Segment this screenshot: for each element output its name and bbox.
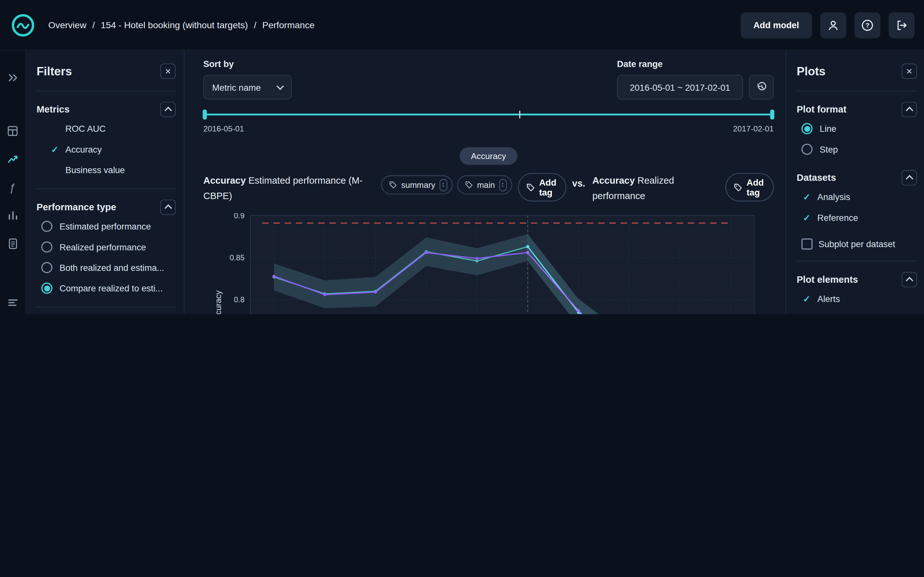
close-icon: ✕ <box>165 67 171 75</box>
plot-format-collapse-button[interactable] <box>901 102 917 117</box>
slider-handle-start[interactable] <box>203 110 207 119</box>
logout-button[interactable] <box>889 12 915 38</box>
plot-format-section-title: Plot format <box>796 104 846 115</box>
dataset-option-reference[interactable]: ✓ Reference <box>796 207 917 228</box>
help-icon: ? <box>861 19 874 31</box>
datasets-section-title: Datasets <box>796 172 836 183</box>
account-button[interactable] <box>821 12 846 38</box>
divider <box>796 261 917 261</box>
metrics-section-title: Metrics <box>37 104 69 115</box>
performance-type-option-compare[interactable]: Compare realized to esti... <box>37 278 176 298</box>
chevron-up-icon <box>905 107 913 114</box>
sidebar-item-performance[interactable] <box>1 147 24 171</box>
divider <box>37 189 176 189</box>
divider <box>796 91 917 91</box>
dataset-option-analysis[interactable]: ✓ Analysis <box>796 187 917 207</box>
dataset-label: Reference <box>817 213 858 222</box>
tag-chip-label: main <box>477 180 495 189</box>
slider-handle-end[interactable] <box>771 110 774 119</box>
svg-text:?: ? <box>865 21 869 29</box>
breadcrumb: Overview / 154 - Hotel booking (without … <box>48 20 315 31</box>
performance-chart-svg[interactable]: 0.70.750.80.850.9May 2016Jun 2016Jul 201… <box>204 213 774 314</box>
performance-type-option-estimated[interactable]: Estimated performance <box>37 216 176 237</box>
svg-text:0.8: 0.8 <box>234 295 244 304</box>
performance-type-option-both[interactable]: Both realized and estima... <box>37 258 176 278</box>
plot-element-confidence-bands[interactable]: ✓ Confidence bands <box>796 309 917 314</box>
add-tag-button-estimated[interactable]: Add tag <box>518 173 566 201</box>
svg-text:Accuracy: Accuracy <box>214 290 223 314</box>
performance-type-collapse-button[interactable] <box>160 200 176 215</box>
performance-type-option-realized[interactable]: Realized performance <box>37 237 176 257</box>
slider-split-marker <box>519 111 520 118</box>
metric-option-business-value[interactable]: Business value <box>37 160 176 180</box>
estimated-plot-title: Accuracy Estimated performance (M-CBPE) <box>204 173 375 204</box>
date-range-label: Date range <box>617 59 774 69</box>
date-range-input[interactable]: 2016-05-01 ~ 2017-02-01 <box>617 75 743 99</box>
radio-icon <box>801 143 813 155</box>
metric-label: Accuracy <box>65 144 102 154</box>
plots-panel: Plots ✕ Plot format Line Step Datasets ✓… <box>785 51 924 314</box>
metric-option-roc-auc[interactable]: ROC AUC <box>37 118 176 139</box>
report-icon <box>7 238 18 250</box>
sort-by-value: Metric name <box>212 82 261 92</box>
sidebar-item-logs[interactable] <box>1 291 24 314</box>
chevron-down-icon <box>276 82 284 90</box>
sidebar-item-concept-drift[interactable]: ƒ <box>1 175 24 199</box>
datasets-collapse-button[interactable] <box>901 170 917 185</box>
date-range-value: 2016-05-01 ~ 2017-02-01 <box>630 82 730 92</box>
radio-label: Realized performance <box>60 242 146 252</box>
svg-text:0.9: 0.9 <box>234 213 244 220</box>
main-content: Sort by Metric name Date range 2016-05-0… <box>184 51 785 314</box>
expand-sidebar-button[interactable] <box>1 66 24 89</box>
plots-close-button[interactable]: ✕ <box>901 63 917 79</box>
breadcrumb-separator: / <box>254 20 256 31</box>
filters-close-button[interactable]: ✕ <box>160 63 176 79</box>
radio-label: Estimated performance <box>60 221 151 231</box>
list-icon <box>7 298 18 307</box>
sidebar-item-distribution[interactable] <box>1 203 24 227</box>
slider-track[interactable] <box>204 113 772 115</box>
sort-by-select[interactable]: Metric name <box>204 75 292 99</box>
sidebar-item-reports[interactable] <box>1 232 24 255</box>
add-tag-label: Add tag <box>539 177 558 197</box>
date-range-slider[interactable] <box>204 109 774 120</box>
trend-chart-icon <box>7 153 19 165</box>
logo-icon <box>11 13 35 37</box>
plot-elements-collapse-button[interactable] <box>901 272 917 287</box>
plot-element-label: Alerts <box>817 294 840 304</box>
metric-option-accuracy[interactable]: ✓ Accuracy <box>37 139 176 159</box>
plot-element-alerts[interactable]: ✓ Alerts <box>796 288 917 309</box>
slider-end-label: 2017-02-01 <box>733 124 774 133</box>
help-button[interactable]: ? <box>855 12 880 38</box>
chevron-up-icon <box>905 277 913 284</box>
logo[interactable] <box>9 11 36 39</box>
dataset-label: Analysis <box>817 192 851 202</box>
plot-format-option-step[interactable]: Step <box>796 139 917 159</box>
breadcrumb-overview[interactable]: Overview <box>48 20 87 31</box>
filters-panel: Filters ✕ Metrics ROC AUC ✓ Accuracy Bus… <box>26 51 184 314</box>
bar-chart-icon <box>7 210 18 221</box>
metrics-collapse-button[interactable] <box>160 102 176 117</box>
tag-chip-summary[interactable]: summary <box>381 175 452 194</box>
vs-label: vs. <box>572 179 585 189</box>
add-tag-button-realized[interactable]: Add tag <box>725 173 774 201</box>
add-model-button[interactable]: Add model <box>740 12 812 38</box>
performance-chart[interactable]: 0.70.750.80.850.9May 2016Jun 2016Jul 201… <box>204 213 774 314</box>
sidebar-item-summary[interactable] <box>1 119 24 142</box>
subplot-per-dataset-option[interactable]: Subplot per dataset <box>796 235 917 253</box>
close-icon: ✕ <box>906 67 913 75</box>
breadcrumb-model[interactable]: 154 - Hotel booking (without targets) <box>101 20 248 31</box>
radio-icon <box>41 221 53 232</box>
plot-title-metric: Accuracy <box>592 175 635 185</box>
plot-format-option-line[interactable]: Line <box>796 118 917 139</box>
radio-label: Both realized and estima... <box>60 263 164 272</box>
checkbox-icon <box>801 238 813 250</box>
breadcrumb-separator: / <box>92 20 95 31</box>
realized-plot-title: Accuracy Realized performance <box>592 173 685 204</box>
sort-by-label: Sort by <box>204 59 292 69</box>
app-root: Overview / 154 - Hotel booking (without … <box>0 0 924 314</box>
reset-date-range-button[interactable] <box>749 75 774 99</box>
tag-chip-main[interactable]: main <box>457 175 512 194</box>
check-icon: ✓ <box>801 192 812 202</box>
check-icon: ✓ <box>801 212 812 223</box>
